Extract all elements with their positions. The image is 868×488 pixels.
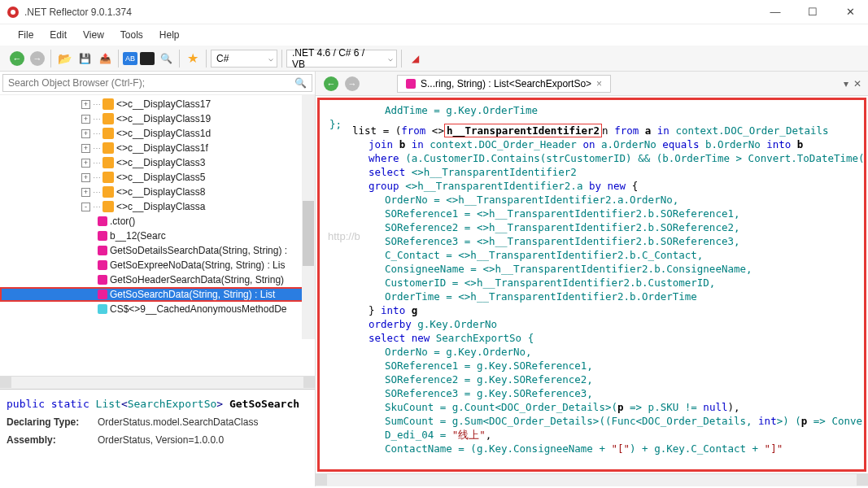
search-input[interactable] [8,77,294,89]
tree-item[interactable]: +⋯<>c__DisplayClass3 [0,155,315,170]
search-icon[interactable]: 🔍 [157,50,175,68]
sig-type: List [96,398,121,410]
svg-rect-8 [103,186,114,198]
tree-item[interactable]: GetSoExpreeNoData(String, String) : Lis [0,258,315,272]
code-hscroll[interactable] [316,473,868,486]
code-tab[interactable]: S...ring, String) : List<SearchExportSo>… [397,75,611,93]
tree-item[interactable]: b__12(Searc [0,229,315,243]
assembly-label: Assembly: [7,434,98,446]
detail-pane: public static List<SearchExportSo> GetSo… [0,389,315,486]
tree-item[interactable]: +⋯<>c__DisplayClass1f [0,141,315,155]
close-button[interactable]: ✕ [839,6,861,18]
menu-view[interactable]: View [83,29,104,41]
svg-rect-7 [103,172,114,183]
back-button[interactable]: ← [8,50,26,68]
app-icon [7,6,20,19]
code-back-button[interactable]: ← [322,75,340,93]
save-icon[interactable]: 💾 [76,50,94,68]
tree-item[interactable]: CS$<>9__CachedAnonymousMethodDe [0,302,315,316]
menu-file[interactable]: File [18,29,33,41]
svg-rect-2 [103,98,114,110]
search-input-wrap[interactable]: 🔍 [2,74,312,92]
svg-rect-9 [103,201,114,212]
export-icon[interactable]: 📤 [96,50,114,68]
options-icon[interactable]: ◢ [406,50,424,68]
tree-hscroll[interactable] [0,376,315,389]
object-tree[interactable]: +⋯<>c__DisplayClass17+⋯<>c__DisplayClass… [0,95,315,339]
code-view[interactable]: AddTime = g.Key.OrderTime }; list = (fro… [320,100,864,459]
tree-item[interactable]: GetSoHeaderSearchData(String, String) [0,272,315,287]
menu-help[interactable]: Help [159,29,180,41]
menubar: File Edit View Tools Help [0,24,868,46]
tree-vscroll[interactable] [302,95,315,339]
method-icon [406,79,416,89]
assembly-value: OrderStatus, Version=1.0.0.0 [98,434,224,446]
assembly-list-icon[interactable]: AB [123,52,137,65]
code-nav: ← → S...ring, String) : List<SearchExpor… [316,72,868,96]
declaring-type-value: OrderStatus.model.SearchDataClass [98,416,258,428]
toolbar: ← → 📂 💾 📤 AB 🔍 ★ C# .NET 4.6 / C# 6 / VB… [0,46,868,72]
sig-modifier: public static [7,398,89,410]
menu-edit[interactable]: Edit [50,29,67,41]
forward-button[interactable]: → [28,50,46,68]
menu-tools[interactable]: Tools [120,29,143,41]
tree-item[interactable]: GetSoDetailsSearchData(String, String) : [0,243,315,258]
svg-rect-4 [103,128,114,139]
svg-point-1 [11,10,15,15]
search-icon: 🔍 [294,77,307,89]
titlebar: .NET Reflector 9.0.1.374 — ☐ ✕ [0,0,868,24]
minimize-button[interactable]: — [764,6,787,18]
analyze-icon[interactable] [140,52,155,65]
pane-close-icon[interactable]: ✕ [853,78,861,89]
open-icon[interactable]: 📂 [55,50,73,68]
tree-item[interactable]: +⋯<>c__DisplayClass5 [0,170,315,185]
dropdown-icon[interactable]: ▾ [844,78,848,89]
tree-item[interactable]: .ctor() [0,214,315,229]
tree-item[interactable]: GetSoSearchData(String, String) : List [0,287,315,302]
declaring-type-label: Declaring Type: [7,416,98,428]
sig-name: GetSoSearch [229,398,299,410]
code-forward-button[interactable]: → [343,75,361,93]
language-combo[interactable]: C# [211,50,277,68]
svg-rect-3 [103,113,114,124]
tab-close-icon[interactable]: × [596,78,602,89]
tree-item[interactable]: +⋯<>c__DisplayClass8 [0,185,315,199]
svg-rect-6 [103,157,114,168]
framework-combo[interactable]: .NET 4.6 / C# 6 / VB [286,50,397,68]
tree-item[interactable]: +⋯<>c__DisplayClass19 [0,111,315,126]
tree-item[interactable]: +⋯<>c__DisplayClass17 [0,97,315,111]
bookmark-icon[interactable]: ★ [184,50,202,68]
watermark: http://b [328,230,360,242]
tree-item[interactable]: -⋯<>c__DisplayClassa [0,199,315,214]
tree-item[interactable]: +⋯<>c__DisplayClass1d [0,126,315,141]
window-title: .NET Reflector 9.0.1.374 [24,7,764,18]
maximize-button[interactable]: ☐ [801,6,824,18]
svg-rect-10 [406,79,416,89]
svg-rect-5 [103,142,114,154]
